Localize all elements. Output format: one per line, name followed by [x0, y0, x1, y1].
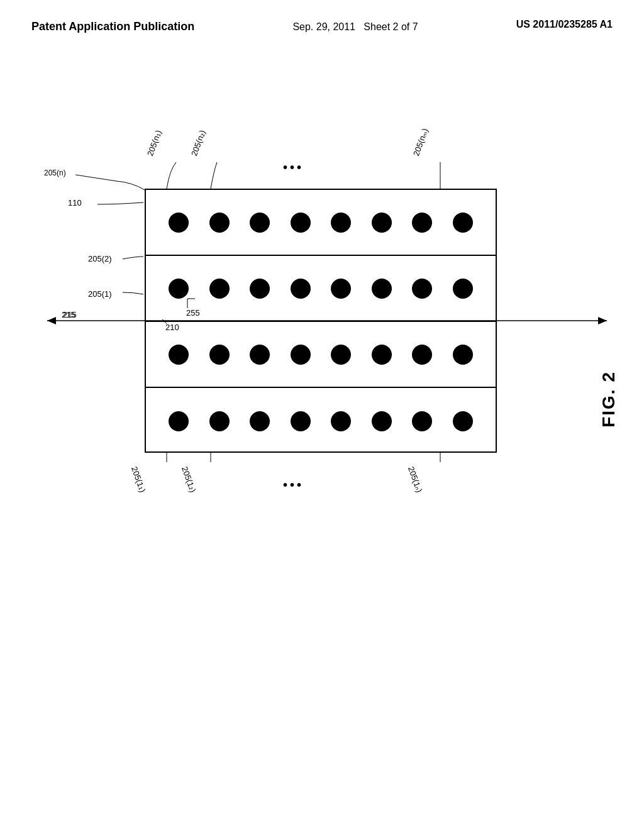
row-1: [146, 322, 496, 388]
ref-205-1-text: 205(1): [88, 289, 112, 299]
ref-205-12-text: 205(1₂): [180, 465, 198, 494]
fig-label-text: FIG. 2: [599, 371, 618, 428]
dot: [331, 411, 351, 431]
ref-205nm-text: 205(nₘ): [411, 127, 430, 157]
ellipsis-bottom: •••: [283, 478, 304, 492]
dot: [372, 411, 392, 431]
dot: [291, 213, 311, 233]
ref-205-1n-text: 205(1ₙ): [406, 465, 425, 494]
ref-205nm: 205(nₘ): [411, 127, 430, 157]
diagram-area: 215: [0, 101, 644, 704]
ref-210-text: 210: [165, 323, 179, 332]
dot: [209, 345, 230, 365]
ref-205n: 205(n): [44, 169, 66, 177]
ellipsis-bottom-text: •••: [283, 478, 304, 492]
patent-label: US 2011/0235285 A1: [516, 19, 613, 30]
ref-110: 110: [68, 198, 82, 208]
patent-number: US 2011/0235285 A1: [516, 19, 613, 30]
ellipsis-top: •••: [283, 160, 304, 175]
main-diagram-rect: [145, 189, 497, 453]
dot: [412, 345, 432, 365]
ref-205n2-text: 205(n₂): [189, 129, 208, 157]
ref-210: 210: [165, 323, 179, 332]
ref-205-11-text: 205(1₁): [130, 465, 148, 494]
ref-205-12: 205(1₂): [180, 465, 198, 494]
dot: [169, 411, 189, 431]
dot: [209, 213, 230, 233]
dot: [250, 213, 270, 233]
ref-205-11: 205(1₁): [130, 465, 148, 494]
dot: [453, 345, 473, 365]
svg-marker-2: [598, 317, 607, 324]
page-header: Patent Application Publication Sep. 29, …: [0, 0, 644, 35]
date-label: Sep. 29, 2011: [292, 21, 355, 32]
dot: [372, 279, 392, 299]
dot: [331, 279, 351, 299]
dot: [291, 279, 311, 299]
dot: [331, 213, 351, 233]
dot: [250, 411, 270, 431]
ref-205-1: 205(1): [88, 289, 112, 299]
ref-205-2-text: 205(2): [88, 254, 112, 263]
ref-205-2: 205(2): [88, 254, 112, 263]
ref-255: 255: [186, 308, 200, 318]
ref-215: 215: [62, 310, 75, 319]
dot: [169, 213, 189, 233]
dot: [250, 279, 270, 299]
dot: [291, 345, 311, 365]
ref-110-text: 110: [68, 198, 82, 208]
dot: [169, 345, 189, 365]
row-bottom: [146, 388, 496, 454]
dot: [291, 411, 311, 431]
ref-255-text: 255: [186, 308, 200, 318]
dot: [331, 345, 351, 365]
dot: [169, 279, 189, 299]
ref-205-1n: 205(1ₙ): [406, 465, 425, 494]
publication-title: Patent Application Publication: [31, 19, 194, 35]
ref-215-text: 215: [62, 310, 75, 319]
ref-205n2: 205(n₂): [189, 129, 208, 157]
dot: [250, 345, 270, 365]
dot: [372, 213, 392, 233]
figure-label: FIG. 2: [599, 371, 619, 428]
ref-205n1: 205(n₁): [145, 129, 164, 157]
dot: [209, 279, 230, 299]
svg-marker-1: [47, 317, 56, 324]
ref-205n-text: 205(n): [44, 169, 66, 177]
dot: [412, 411, 432, 431]
dot: [372, 345, 392, 365]
dot: [412, 279, 432, 299]
dot: [453, 213, 473, 233]
date-sheet: Sep. 29, 2011 Sheet 2 of 7: [292, 19, 418, 35]
dot: [412, 213, 432, 233]
row-n: [146, 190, 496, 256]
sheet-label: Sheet 2 of 7: [364, 21, 418, 32]
ellipsis-top-text: •••: [283, 160, 304, 174]
ref-205n1-text: 205(n₁): [145, 129, 164, 157]
svg-line-4: [75, 175, 116, 181]
dot: [453, 411, 473, 431]
publication-label: Patent Application Publication: [31, 20, 194, 33]
dot: [209, 411, 230, 431]
dot: [453, 279, 473, 299]
